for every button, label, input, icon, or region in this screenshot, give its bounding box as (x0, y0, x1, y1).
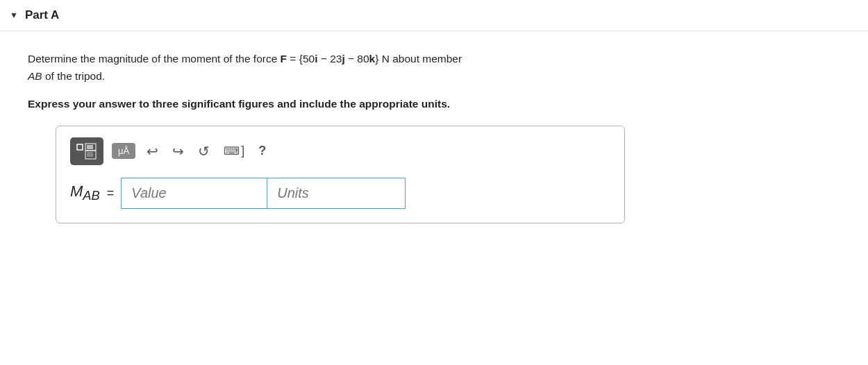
bold-instruction: Express your answer to three significant… (28, 98, 840, 110)
units-input[interactable] (267, 178, 406, 209)
redo-button[interactable]: ↪ (169, 142, 187, 161)
answer-box: μÅ ↩ ↪ ↺ ⌨ ] (56, 126, 625, 223)
page-container: ▼ Part A Determine the magnitude of the … (0, 0, 868, 365)
problem-statement: Determine the magnitude of the moment of… (28, 51, 687, 85)
svg-rect-0 (77, 144, 83, 150)
input-row: MAB = (70, 178, 610, 209)
minus2: − 80 (345, 53, 369, 65)
collapse-arrow[interactable]: ▼ (10, 10, 18, 20)
force-label: F (281, 53, 287, 65)
content-area: Determine the magnitude of the moment of… (0, 31, 868, 240)
keyboard-button[interactable]: ⌨ ] (221, 142, 247, 160)
fraction-icon (76, 142, 98, 161)
symbol-label: μÅ (118, 146, 129, 155)
undo-icon: ↩ (147, 143, 158, 160)
problem-text-before: Determine the magnitude of the moment of… (28, 53, 281, 65)
value-input[interactable] (121, 178, 267, 209)
member-label: AB (28, 70, 42, 82)
problem-equals: = {50 (287, 53, 315, 65)
text-after: } N about member (375, 53, 462, 65)
part-title: Part A (25, 8, 59, 22)
mab-label: MAB (70, 182, 100, 203)
symbol-button[interactable]: μÅ (112, 143, 135, 159)
reset-button[interactable]: ↺ (195, 142, 212, 161)
undo-button[interactable]: ↩ (144, 142, 161, 161)
minus1: − 23 (317, 53, 342, 65)
svg-rect-3 (87, 145, 93, 149)
k-vector: k (369, 53, 376, 65)
keyboard-icon: ⌨ (224, 144, 240, 158)
bracket-symbol: ] (241, 144, 244, 158)
help-button[interactable]: ? (256, 142, 269, 160)
help-icon: ? (258, 144, 266, 158)
fraction-button[interactable] (70, 137, 103, 165)
part-header: ▼ Part A (0, 0, 868, 31)
refresh-icon: ↺ (198, 143, 210, 160)
of-tripod: of the tripod. (42, 70, 105, 82)
toolbar: μÅ ↩ ↪ ↺ ⌨ ] (70, 137, 610, 165)
equals-label: = (107, 186, 115, 201)
svg-rect-4 (87, 152, 93, 157)
redo-icon: ↪ (172, 143, 184, 160)
